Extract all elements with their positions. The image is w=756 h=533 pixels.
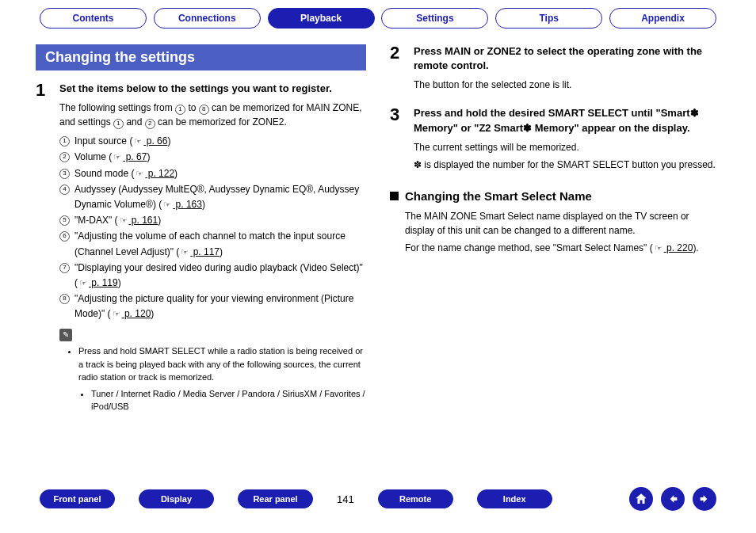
page-link[interactable]: p. 220 <box>664 242 693 253</box>
front-panel-button[interactable]: Front panel <box>40 489 115 508</box>
setting-text: Volume (☞ p. 67) <box>74 150 150 165</box>
step-2: 2 Press MAIN or ZONE2 to select the oper… <box>390 44 720 95</box>
subsection-title: Changing the Smart Select Name <box>405 189 592 203</box>
setting-text: Input source (☞ p. 66) <box>74 134 170 149</box>
settings-list: 1Input source (☞ p. 66)2Volume (☞ p. 67)… <box>59 134 366 322</box>
setting-text: "Displaying your desired video during au… <box>74 261 366 291</box>
step-title: Press MAIN or ZONE2 to select the operat… <box>414 44 720 73</box>
page-link[interactable]: p. 117 <box>190 246 220 257</box>
link-icon: ☞ <box>120 214 128 228</box>
step-title: Press and hold the desired SMART SELECT … <box>414 106 720 135</box>
prev-page-icon[interactable] <box>661 487 685 511</box>
circled-number: 2 <box>59 152 70 162</box>
step-3: 3 Press and hold the desired SMART SELEC… <box>390 106 720 174</box>
home-icon[interactable] <box>629 487 653 511</box>
setting-text: Audyssey (Audyssey MultEQ®, Audyssey Dyn… <box>74 182 366 212</box>
setting-text: "M-DAX" (☞ p. 161) <box>74 213 161 228</box>
setting-text: "Adjusting the volume of each channel to… <box>74 229 366 259</box>
page-link[interactable]: p. 67 <box>123 151 147 162</box>
next-page-icon[interactable] <box>693 487 716 511</box>
circled-number: 3 <box>59 169 70 179</box>
circled-number: 6 <box>59 231 70 242</box>
step-title: Set the items below to the settings you … <box>59 82 366 96</box>
step-intro: The following settings from 1 to 8 can b… <box>59 101 366 129</box>
setting-item: 8"Adjusting the picture quality for your… <box>59 291 366 322</box>
circled-number: 5 <box>59 215 70 226</box>
page-link[interactable]: p. 66 <box>143 135 167 147</box>
top-tab-bar: Contents Connections Playback Settings T… <box>0 0 756 29</box>
page-link[interactable]: p. 163 <box>173 199 202 210</box>
tab-appendix[interactable]: Appendix <box>609 8 716 29</box>
setting-text: "Adjusting the picture quality for your … <box>74 291 366 322</box>
link-icon: ☞ <box>134 135 142 149</box>
tab-playback[interactable]: Playback <box>268 8 375 29</box>
step-text: ✽ is displayed the number for the SMART … <box>414 158 720 172</box>
step-number: 1 <box>36 82 53 99</box>
step-number: 2 <box>390 44 407 62</box>
tab-tips[interactable]: Tips <box>495 8 602 29</box>
link-icon: ☞ <box>79 276 87 291</box>
link-icon: ☞ <box>113 307 120 322</box>
circled-number: 1 <box>59 136 70 147</box>
link-icon: ☞ <box>655 242 662 255</box>
bottom-nav: Front panel Display Rear panel 141 Remot… <box>0 487 756 511</box>
step-text: The current settings will be memorized. <box>414 140 720 154</box>
tab-settings[interactable]: Settings <box>381 8 488 29</box>
circled-number: 8 <box>59 294 70 304</box>
tab-contents[interactable]: Contents <box>40 8 147 29</box>
section-title: Changing the settings <box>36 44 366 70</box>
setting-item: 4Audyssey (Audyssey MultEQ®, Audyssey Dy… <box>59 182 366 212</box>
setting-item: 1Input source (☞ p. 66) <box>59 134 366 149</box>
display-button[interactable]: Display <box>139 489 214 508</box>
page-link[interactable]: p. 122 <box>145 168 174 179</box>
remote-button[interactable]: Remote <box>378 489 453 508</box>
step-text: The button for the selected zone is lit. <box>414 78 720 92</box>
setting-item: 2Volume (☞ p. 67) <box>59 150 366 165</box>
index-button[interactable]: Index <box>477 489 552 508</box>
note-subitem: Tuner / Internet Radio / Media Server / … <box>91 387 366 413</box>
note-list: Press and hold SMART SELECT while a radi… <box>59 345 366 413</box>
setting-item: 3Sound mode (☞ p. 122) <box>59 166 366 181</box>
paragraph: For the name change method, see "Smart S… <box>405 241 720 255</box>
note-item: Press and hold SMART SELECT while a radi… <box>78 345 366 413</box>
subsection-header: Changing the Smart Select Name <box>390 189 720 203</box>
page-number: 141 <box>337 493 354 505</box>
setting-item: 5"M-DAX" (☞ p. 161) <box>59 213 366 228</box>
note-icon: ✎ <box>59 329 72 341</box>
page-link[interactable]: p. 161 <box>129 215 158 226</box>
setting-item: 6"Adjusting the volume of each channel t… <box>59 229 366 259</box>
circled-number: 7 <box>59 263 70 273</box>
step-number: 3 <box>390 106 407 124</box>
link-icon: ☞ <box>163 198 171 212</box>
setting-item: 7"Displaying your desired video during a… <box>59 261 366 291</box>
page-link[interactable]: p. 120 <box>122 308 151 319</box>
rear-panel-button[interactable]: Rear panel <box>238 489 313 508</box>
step-1: 1 Set the items below to the settings yo… <box>36 82 366 413</box>
paragraph: The MAIN ZONE Smart Select name displaye… <box>405 209 720 238</box>
setting-text: Sound mode (☞ p. 122) <box>74 166 178 181</box>
circled-number: 4 <box>59 185 70 195</box>
tab-connections[interactable]: Connections <box>154 8 261 29</box>
link-icon: ☞ <box>136 167 143 181</box>
link-icon: ☞ <box>113 150 121 165</box>
square-bullet-icon <box>390 192 399 200</box>
page-link[interactable]: p. 119 <box>89 277 118 288</box>
link-icon: ☞ <box>181 246 189 260</box>
